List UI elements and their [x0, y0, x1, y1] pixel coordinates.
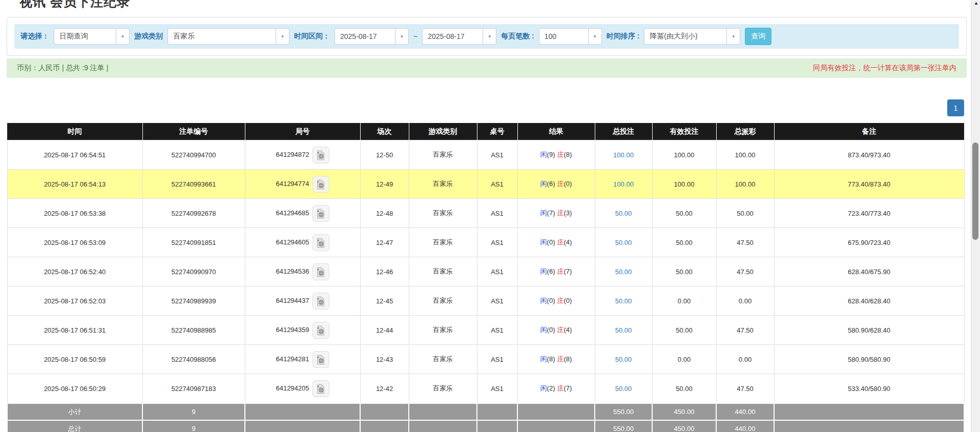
cell-result: 闲(0)庄(4) — [517, 316, 595, 345]
query-mode-value: 日期查询 — [54, 32, 116, 41]
page-size-select[interactable]: 100 ▼ — [539, 28, 602, 45]
cell-game-type: 百家乐 — [409, 140, 477, 170]
cell-payout: 47.50 — [716, 228, 774, 257]
grand-total-row: 总计 9 550.00 450.00 440.00 — [7, 420, 964, 432]
cell-time: 2025-08-17 06:54:51 — [7, 140, 142, 170]
cell-result: 闲(7)庄(3) — [517, 199, 595, 228]
video-replay-icon[interactable] — [312, 293, 329, 310]
col-header-result: 结果 — [517, 123, 595, 140]
cell-valid-bet: 50.00 — [652, 374, 716, 404]
page-1-button[interactable]: 1 — [947, 99, 964, 116]
cell-valid-bet: 0.00 — [652, 286, 716, 316]
cell-table: AS1 — [477, 170, 517, 199]
query-mode-select[interactable]: 日期查询 ▼ — [54, 28, 130, 45]
cell-payout: 0.00 — [716, 286, 774, 316]
chevron-down-icon[interactable]: ▼ — [726, 29, 740, 44]
result-banker-label: 庄 — [557, 384, 564, 392]
cell-round: 641294281 — [245, 345, 360, 374]
cell-round: 641294437 — [245, 286, 360, 316]
subtotal-total-bet: 550.00 — [595, 403, 652, 420]
result-player-label: 闲 — [540, 326, 547, 334]
chevron-down-icon[interactable]: ▼ — [116, 29, 129, 44]
video-replay-icon[interactable] — [312, 322, 329, 339]
cell-total-bet: 50.00 — [595, 257, 652, 286]
result-banker-label: 庄 — [557, 238, 564, 246]
result-banker-score: (7) — [564, 384, 572, 392]
date-from-select[interactable]: 2025-08-17 ▼ — [335, 28, 409, 45]
table-header: 时间 注单编号 局号 场次 游戏类别 桌号 结果 总投注 有效投注 总派彩 备注 — [7, 123, 964, 140]
result-player-score: (8) — [547, 355, 555, 363]
total-bet-link[interactable]: 50.00 — [615, 356, 632, 363]
total-bet-link[interactable]: 50.00 — [615, 326, 632, 334]
total-bet-link[interactable]: 50.00 — [615, 210, 632, 217]
col-header-time: 时间 — [7, 123, 142, 140]
scrollbar-thumb[interactable] — [972, 142, 978, 240]
total-count: 9 — [142, 420, 245, 432]
total-bet-link[interactable]: 100.00 — [613, 151, 634, 159]
chevron-down-icon[interactable]: ▼ — [588, 29, 601, 44]
cell-empty — [409, 403, 477, 420]
col-header-bet-id: 注单编号 — [142, 123, 245, 140]
cell-time: 2025-08-17 06:52:03 — [7, 286, 142, 316]
cell-bet-id: 522740988056 — [142, 345, 245, 374]
page-title-text: 视讯 会员下注纪录 — [19, 0, 967, 9]
query-mode-label: 请选择： — [20, 32, 49, 41]
col-header-remark: 备注 — [774, 123, 964, 140]
cell-total-bet: 50.00 — [595, 228, 652, 257]
result-banker-score: (4) — [564, 326, 572, 334]
video-replay-icon[interactable] — [312, 234, 329, 251]
cell-bet-id: 522740993661 — [142, 170, 245, 199]
cell-remark: 628.40/675.90 — [774, 257, 964, 286]
cell-table: AS1 — [477, 140, 517, 170]
cell-remark: 580.90/628.40 — [774, 316, 964, 345]
total-bet-link[interactable]: 50.00 — [615, 297, 632, 305]
cell-table: AS1 — [477, 316, 517, 345]
cell-remark: 675.90/723.40 — [774, 228, 964, 257]
video-replay-icon[interactable] — [312, 176, 329, 193]
same-round-notice: 同局有效投注，统一计算在该局第一张注单内 — [813, 64, 956, 73]
chevron-down-icon[interactable]: ▼ — [276, 29, 289, 44]
chevron-down-icon[interactable]: ▼ — [395, 29, 408, 44]
cell-session: 12-43 — [360, 345, 409, 374]
cell-payout: 47.50 — [716, 316, 774, 345]
video-replay-icon[interactable] — [312, 351, 329, 368]
result-player-label: 闲 — [540, 384, 547, 392]
date-to-select[interactable]: 2025-08-17 ▼ — [422, 28, 496, 45]
cell-time: 2025-08-17 06:53:38 — [7, 199, 142, 228]
game-type-select[interactable]: 百家乐 ▼ — [168, 28, 289, 45]
video-replay-icon[interactable] — [312, 205, 329, 222]
date-range-separator: ~ — [413, 32, 418, 40]
total-bet-link[interactable]: 50.00 — [615, 385, 632, 393]
total-bet-link[interactable]: 50.00 — [615, 239, 632, 246]
cell-table: AS1 — [477, 257, 517, 286]
cell-session: 12-44 — [360, 316, 409, 345]
chevron-down-icon[interactable]: ▼ — [483, 29, 496, 44]
cell-valid-bet: 50.00 — [652, 199, 716, 228]
round-number: 641294536 — [276, 267, 309, 275]
result-banker-label: 庄 — [557, 209, 564, 217]
cell-table: AS1 — [477, 345, 517, 374]
result-banker-score: (8) — [564, 355, 572, 363]
video-replay-icon[interactable] — [312, 380, 329, 397]
cell-valid-bet: 50.00 — [652, 228, 716, 257]
cell-time: 2025-08-17 06:50:29 — [7, 374, 142, 404]
bet-record-row: 2025-08-17 06:50:59 522740988056 6412942… — [7, 345, 964, 374]
result-player-label: 闲 — [540, 355, 547, 363]
cell-session: 12-50 — [360, 140, 409, 170]
cell-game-type: 百家乐 — [409, 286, 477, 316]
total-bet-link[interactable]: 100.00 — [613, 180, 634, 188]
result-banker-label: 庄 — [557, 355, 564, 363]
scroll-up-icon[interactable]: ▲ — [974, 1, 978, 6]
vertical-scrollbar[interactable] — [971, 0, 980, 432]
col-header-payout: 总派彩 — [716, 123, 774, 140]
video-replay-icon[interactable] — [312, 263, 329, 280]
sort-order-select[interactable]: 降冪(由大到小) ▼ — [644, 28, 740, 45]
video-replay-icon[interactable] — [312, 147, 329, 163]
search-button[interactable]: 查询 — [745, 28, 772, 45]
cell-empty — [360, 403, 409, 420]
date-to-value: 2025-08-17 — [423, 32, 483, 40]
total-payout: 440.00 — [716, 420, 774, 432]
cell-empty — [360, 420, 409, 432]
result-player-score: (0) — [547, 238, 555, 246]
total-bet-link[interactable]: 50.00 — [615, 268, 632, 276]
